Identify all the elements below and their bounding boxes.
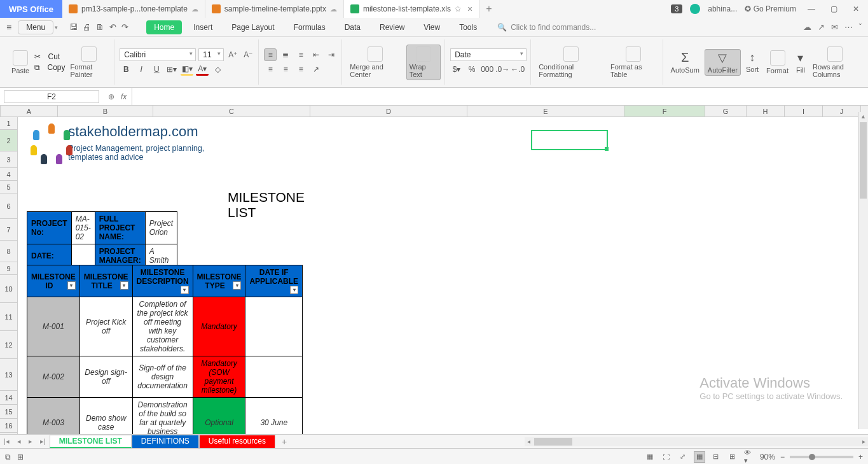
tab-formulas[interactable]: Formulas [286, 20, 333, 34]
cut-button[interactable]: ✂ Cut [34, 52, 65, 61]
doc-tab-1[interactable]: sample-timeline-template.pptx☁ [205, 0, 344, 18]
close-tab-icon[interactable]: × [467, 4, 472, 14]
col-header-milestone-description[interactable]: MILESTONE DESCRIPTION▾ [132, 265, 193, 297]
meta-full-name[interactable]: Project Orion [145, 212, 177, 244]
comma-button[interactable]: 000 [481, 63, 493, 76]
row-header-16[interactable]: 16 [0, 419, 17, 433]
add-sheet-button[interactable]: + [275, 437, 293, 447]
align-left-button[interactable]: ≡ [264, 63, 277, 76]
filter-arrow-icon[interactable]: ▾ [120, 281, 128, 290]
col-header-date-if-applicable[interactable]: DATE IF APPLICABLE▾ [245, 265, 303, 297]
align-center-button[interactable]: ≡ [279, 63, 292, 76]
rows-cols-button[interactable]: Rows and Columns [810, 45, 859, 80]
view-layout-icon[interactable]: ⊟ [710, 451, 722, 463]
underline-button[interactable]: U [150, 63, 163, 76]
cell-id[interactable]: M-002 [27, 356, 80, 398]
save-icon[interactable]: 🖫 [69, 22, 78, 32]
col-header-B[interactable]: B [58, 106, 153, 116]
filter-arrow-icon[interactable]: ▾ [290, 286, 298, 294]
row-header-11[interactable]: 11 [0, 303, 17, 331]
cell-date[interactable] [245, 356, 303, 398]
cell-desc[interactable]: Demonstration of the build so far at qua… [132, 398, 193, 435]
row-header-13[interactable]: 13 [0, 359, 17, 391]
fill-button[interactable]: ▾Fill [794, 50, 808, 75]
user-name[interactable]: abhina... [708, 4, 737, 13]
sort-button[interactable]: ↕Sort [743, 50, 761, 74]
copy-button[interactable]: ⧉ Copy [34, 63, 65, 72]
view-eye-icon[interactable]: 👁▾ [743, 451, 755, 463]
tab-review[interactable]: Review [372, 20, 412, 34]
tab-tools[interactable]: Tools [451, 20, 485, 34]
cell-date[interactable]: 30 June [245, 398, 303, 435]
cell-id[interactable]: M-001 [27, 297, 80, 356]
cell-title[interactable]: Demo show case [79, 398, 132, 435]
meta-project-no[interactable]: MA-015-02 [71, 212, 95, 244]
autosum-button[interactable]: ΣAutoSum [668, 49, 702, 75]
paste-button[interactable]: Paste [9, 49, 32, 76]
sheet-tab-milestone-list[interactable]: MILESTONE LIST [50, 435, 132, 448]
col-header-G[interactable]: G [705, 106, 747, 116]
decrease-font-icon[interactable]: A⁻ [242, 48, 254, 61]
cell-title[interactable]: Project Kick off [79, 297, 132, 356]
sheet-tab-useful-resources[interactable]: Useful resources [199, 435, 275, 448]
col-header-A[interactable]: A [1, 106, 58, 116]
row-header-4[interactable]: 4 [0, 168, 17, 181]
undo-icon[interactable]: ↶ [109, 22, 116, 32]
row-header-14[interactable]: 14 [0, 391, 17, 405]
view-split-icon[interactable]: ⊞ [727, 451, 738, 463]
col-header-I[interactable]: I [785, 106, 823, 116]
row-header-12[interactable]: 12 [0, 331, 17, 359]
tab-home[interactable]: Home [146, 20, 182, 34]
star-icon[interactable]: ✩ [455, 4, 461, 13]
align-right-button[interactable]: ≡ [294, 63, 307, 76]
row-header-1[interactable]: 1 [0, 117, 17, 130]
meta-pm[interactable]: A Smith [145, 244, 177, 268]
filter-arrow-icon[interactable]: ▾ [181, 286, 189, 294]
zoom-slider[interactable] [790, 456, 853, 458]
cell-date[interactable] [245, 297, 303, 356]
minimize-button[interactable]: — [804, 4, 819, 13]
merge-center-button[interactable]: Merge and Center [347, 45, 403, 80]
doc-tab-0[interactable]: pm13-sample-p...tone-template☁ [62, 0, 205, 18]
col-header-milestone-title[interactable]: MILESTONE TITLE▾ [79, 265, 132, 297]
cell-id[interactable]: M-003 [27, 398, 80, 435]
cells-area[interactable]: stakeholdermap.com Project Management, p… [18, 117, 868, 434]
autofilter-button[interactable]: ▽AutoFilter [705, 49, 741, 76]
align-top-button[interactable]: ≡ [264, 48, 277, 61]
sheet-tab-definitions[interactable]: DEFINITIONS [132, 435, 199, 448]
sheet-nav-first[interactable]: |◂ [0, 437, 13, 446]
italic-button[interactable]: I [135, 63, 148, 76]
tab-insert[interactable]: Insert [186, 20, 220, 34]
cloud-sync-icon[interactable]: ☁ [803, 22, 811, 32]
menu-dropdown-icon[interactable]: ▾ [55, 24, 58, 31]
filter-arrow-icon[interactable]: ▾ [233, 281, 241, 290]
col-header-E[interactable]: E [467, 106, 624, 116]
scroll-up-icon[interactable]: ▲ [858, 112, 868, 121]
number-format-combo[interactable]: Date [450, 48, 527, 61]
align-middle-button[interactable]: ≣ [279, 48, 292, 61]
share-icon[interactable]: ↗ [818, 22, 825, 32]
collapse-ribbon-icon[interactable]: ˇ [859, 22, 862, 32]
menu-button[interactable]: Menu [18, 20, 53, 34]
table-row[interactable]: M-001Project Kick offCompletion of the p… [27, 297, 303, 356]
zoom-in-button[interactable]: + [858, 453, 863, 461]
meta-date-value[interactable] [71, 244, 95, 268]
table-row[interactable]: M-003Demo show caseDemonstration of the … [27, 398, 303, 435]
row-header-7[interactable]: 7 [0, 219, 17, 241]
sheet-nav-last[interactable]: ▸| [36, 437, 50, 446]
font-size-combo[interactable]: 11 [198, 48, 224, 61]
wrap-text-button[interactable]: Wrap Text [406, 45, 441, 80]
scroll-left-icon[interactable]: ◂ [525, 438, 533, 445]
hamburger-icon[interactable]: ≡ [0, 22, 18, 32]
table-row[interactable]: M-002Design sign-offSign-off of the desi… [27, 356, 303, 398]
cell-desc[interactable]: Completion of the project kick off meeti… [132, 297, 193, 356]
sheet-nav-prev[interactable]: ◂ [13, 437, 25, 446]
decrease-decimal-button[interactable]: ←.0 [511, 63, 524, 76]
doc-count-badge[interactable]: 3 [671, 4, 682, 13]
formula-input[interactable] [132, 88, 868, 105]
maximize-button[interactable]: ▢ [827, 4, 841, 13]
vertical-scrollbar[interactable]: ▲ [858, 112, 868, 429]
fx-icon[interactable]: fx [121, 92, 127, 101]
clear-format-button[interactable]: ◇ [211, 63, 224, 76]
row-header-15[interactable]: 15 [0, 405, 17, 419]
